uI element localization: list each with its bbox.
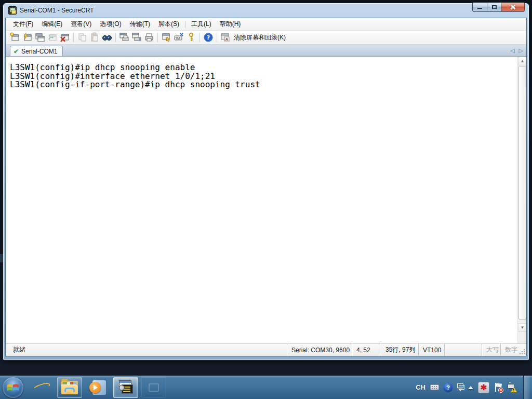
- security-tray-icon[interactable]: ✱: [478, 382, 489, 393]
- menu-bar: 文件(F) 编辑(E) 查看(V) 选项(O) 传输(T) 脚本(S) 工具(L…: [6, 18, 526, 31]
- connect-in-tab-button[interactable]: [34, 32, 46, 43]
- taskbar-securecrt[interactable]: [113, 377, 138, 398]
- maximize-button[interactable]: [487, 3, 501, 12]
- connect-in-tab-icon: [35, 32, 45, 43]
- close-button[interactable]: [501, 3, 525, 12]
- tab-scroll-right-icon[interactable]: ▷: [519, 47, 523, 54]
- print-preview-button[interactable]: [118, 32, 130, 43]
- taskbar-media-player[interactable]: [85, 377, 110, 398]
- toolbar-separator: [200, 33, 200, 42]
- tab-serial-com1[interactable]: ✔ Serial-COM1: [10, 46, 63, 56]
- tab-label: Serial-COM1: [21, 48, 57, 55]
- menu-file[interactable]: 文件(F): [9, 18, 37, 31]
- status-num-lock: 数字: [500, 344, 519, 356]
- key-icon: [186, 32, 196, 43]
- title-bar[interactable]: Serial-COM1 - SecureCRT: [3, 3, 529, 18]
- reconnect-icon: [47, 32, 58, 43]
- menu-help[interactable]: 帮助(H): [216, 18, 245, 31]
- terminal-line: L3SW1(config-if-port-range)#ip dhcp snoo…: [10, 81, 522, 89]
- menu-separator: [185, 21, 185, 28]
- status-cursor-position: 4, 52: [352, 344, 381, 356]
- tab-bar: ✔ Serial-COM1 ◁ ▷: [6, 45, 526, 57]
- quick-connect-button[interactable]: [21, 32, 34, 43]
- status-emulation: VT100: [418, 344, 444, 356]
- taskbar: CH ? ✱ ✕: [0, 375, 532, 399]
- reconnect-button[interactable]: [46, 32, 59, 43]
- network-status-icon[interactable]: [507, 383, 516, 392]
- resize-grip[interactable]: [519, 344, 526, 356]
- status-caps-lock: 大写: [482, 344, 500, 356]
- ime-language-indicator[interactable]: CH: [416, 383, 425, 391]
- toolbar-separator: [73, 33, 74, 42]
- new-session-button[interactable]: [9, 32, 21, 43]
- ime-toolbar-icon: [457, 383, 463, 388]
- scrollbar-thumb[interactable]: [518, 66, 526, 320]
- paste-icon: [89, 32, 100, 43]
- menu-options[interactable]: 选项(O): [96, 18, 125, 31]
- show-desktop-button[interactable]: [523, 376, 530, 399]
- clear-screen-icon: A: [220, 32, 231, 43]
- close-icon: [510, 4, 516, 10]
- taskbar-ghost-app[interactable]: [141, 377, 166, 398]
- window-title: Serial-COM1 - SecureCRT: [20, 7, 94, 14]
- keymap-editor-button[interactable]: [172, 32, 185, 43]
- status-spacer: [444, 344, 482, 356]
- taskbar-windows-explorer[interactable]: [57, 377, 82, 398]
- menu-script[interactable]: 脚本(S): [154, 18, 183, 31]
- copy-button[interactable]: [76, 32, 88, 43]
- toolbar-separator: [217, 33, 217, 42]
- maximize-icon: [492, 5, 497, 9]
- paste-button[interactable]: [88, 32, 101, 43]
- menu-edit[interactable]: 编辑(E): [37, 18, 66, 31]
- status-bar: 就绪 Serial: COM30, 9600 4, 52 35行, 97列 VT…: [6, 343, 526, 356]
- new-session-icon: [10, 32, 20, 43]
- print-button[interactable]: [143, 32, 155, 43]
- toolbar-separator: [115, 33, 116, 42]
- vertical-scrollbar[interactable]: ▲ ▼: [517, 57, 526, 343]
- tab-scroll-arrows: ◁ ▷: [510, 47, 523, 54]
- disconnect-icon: [60, 32, 70, 43]
- caption-buttons: [472, 3, 525, 12]
- print-preview-icon: [119, 32, 129, 43]
- action-center-flag-icon[interactable]: ✕: [494, 383, 502, 392]
- status-ready: 就绪: [6, 344, 287, 356]
- ime-toolbar-toggle[interactable]: [457, 383, 463, 391]
- tab-scroll-left-icon[interactable]: ◁: [510, 47, 514, 54]
- clear-screen-button[interactable]: A: [219, 32, 232, 43]
- scroll-up-icon[interactable]: ▲: [518, 57, 526, 65]
- status-screen-size: 35行, 97列: [381, 344, 418, 356]
- terminal-area[interactable]: L3SW1(config)#ip dhcp snooping enableL3S…: [6, 57, 526, 343]
- disconnect-button[interactable]: [59, 32, 71, 43]
- print-setup-icon: [131, 32, 142, 43]
- copy-icon: [77, 32, 87, 43]
- clear-screen-label[interactable]: 清除屏幕和回滚(K): [234, 33, 286, 42]
- media-player-icon: [89, 380, 106, 395]
- menu-view[interactable]: 查看(V): [66, 18, 96, 31]
- help-button[interactable]: ?: [202, 32, 215, 43]
- quick-connect-icon: [22, 32, 33, 43]
- error-badge-icon: ✕: [498, 388, 503, 393]
- find-button[interactable]: [101, 32, 113, 43]
- session-options-button[interactable]: [160, 32, 172, 43]
- app-icon: [8, 6, 17, 15]
- menu-tools[interactable]: 工具(L): [187, 18, 216, 31]
- print-setup-button[interactable]: [130, 32, 143, 43]
- status-serial: Serial: COM30, 9600: [287, 344, 352, 356]
- key-button[interactable]: [185, 32, 197, 43]
- taskbar-internet-explorer[interactable]: [29, 377, 54, 398]
- scroll-down-icon[interactable]: ▼: [518, 323, 526, 332]
- warning-icon: [511, 387, 517, 392]
- show-hidden-icons-button[interactable]: [468, 386, 473, 389]
- session-options-icon: [161, 32, 171, 43]
- start-button[interactable]: [3, 377, 23, 398]
- print-icon: [144, 32, 154, 43]
- toolbar: ? A 清除屏幕和回滚(K): [6, 31, 526, 45]
- minimize-icon: [477, 8, 482, 9]
- find-icon: [102, 32, 112, 43]
- keyboard-icon[interactable]: [430, 384, 439, 390]
- menu-transfer[interactable]: 传输(T): [126, 18, 154, 31]
- ime-help-icon[interactable]: ?: [444, 383, 453, 392]
- minimize-button[interactable]: [472, 3, 487, 12]
- windows-logo-icon: [7, 382, 19, 393]
- window-content: 文件(F) 编辑(E) 查看(V) 选项(O) 传输(T) 脚本(S) 工具(L…: [5, 18, 527, 356]
